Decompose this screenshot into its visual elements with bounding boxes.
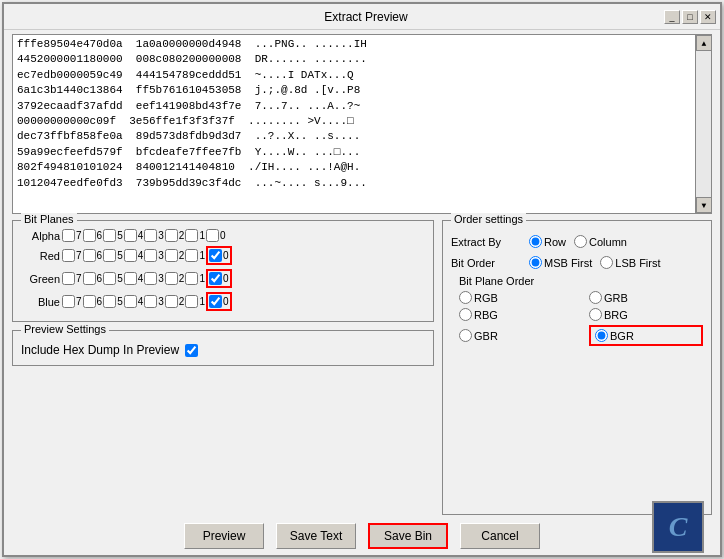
blue-2-checkbox[interactable] (165, 295, 178, 308)
maximize-button[interactable]: □ (682, 10, 698, 24)
green-7-checkbox[interactable] (62, 272, 75, 285)
blue-5-label: 5 (117, 296, 123, 307)
red-0-checkbox[interactable] (209, 249, 222, 262)
red-1-checkbox[interactable] (185, 249, 198, 262)
rgb-radio[interactable] (459, 291, 472, 304)
include-hex-checkbox[interactable] (185, 344, 198, 357)
extract-column-radio[interactable] (574, 235, 587, 248)
red-7-checkbox[interactable] (62, 249, 75, 262)
rbg-option: RBG (459, 308, 573, 321)
blue-0-label: 0 (223, 296, 229, 307)
red-4-checkbox[interactable] (124, 249, 137, 262)
green-5-label: 5 (117, 273, 123, 284)
scroll-track (696, 51, 711, 197)
red-row: Red 7 6 5 4 3 2 1 0 (21, 244, 425, 267)
blue-4-checkbox[interactable] (124, 295, 137, 308)
extract-by-label: Extract By (451, 236, 523, 248)
blue-6-checkbox[interactable] (83, 295, 96, 308)
blue-checkboxes: 7 6 5 4 3 2 1 0 (61, 290, 425, 313)
red-2-checkbox[interactable] (165, 249, 178, 262)
alpha-7-checkbox[interactable] (62, 229, 75, 242)
alpha-7-label: 7 (76, 230, 82, 241)
rbg-radio[interactable] (459, 308, 472, 321)
gbr-radio[interactable] (459, 329, 472, 342)
grb-label: GRB (604, 292, 628, 304)
green-4-checkbox[interactable] (124, 272, 137, 285)
save-bin-button[interactable]: Save Bin (368, 523, 448, 549)
green-cb-0-highlighted: 0 (206, 269, 232, 288)
alpha-cb-7: 7 (62, 229, 82, 242)
extract-by-group: Row Column (529, 235, 627, 248)
green-0-label: 0 (223, 273, 229, 284)
bgr-radio[interactable] (595, 329, 608, 342)
extract-row-radio[interactable] (529, 235, 542, 248)
red-5-checkbox[interactable] (103, 249, 116, 262)
scroll-up-btn[interactable]: ▲ (696, 35, 712, 51)
green-2-checkbox[interactable] (165, 272, 178, 285)
brg-option: BRG (589, 308, 703, 321)
red-1-label: 1 (199, 250, 205, 261)
blue-6-label: 6 (97, 296, 103, 307)
lsb-first-radio[interactable] (600, 256, 613, 269)
alpha-2-checkbox[interactable] (165, 229, 178, 242)
preview-row: ec7edb0000059c49 444154789ceddd51 ~....I… (17, 68, 691, 83)
red-3-checkbox[interactable] (144, 249, 157, 262)
green-2-label: 2 (179, 273, 185, 284)
blue-7-checkbox[interactable] (62, 295, 75, 308)
alpha-1-checkbox[interactable] (185, 229, 198, 242)
alpha-checkboxes: 7 6 5 4 3 2 1 0 (61, 227, 425, 244)
preview-row: 1012047eedfe0fd3 739b95dd39c3f4dc ...~..… (17, 176, 691, 191)
blue-0-checkbox[interactable] (209, 295, 222, 308)
include-hex-label: Include Hex Dump In Preview (21, 343, 179, 357)
green-checkbox-group: 7 6 5 4 3 2 1 0 (62, 269, 424, 288)
blue-1-checkbox[interactable] (185, 295, 198, 308)
alpha-4-checkbox[interactable] (124, 229, 137, 242)
green-3-checkbox[interactable] (144, 272, 157, 285)
red-label: Red (21, 244, 61, 267)
alpha-6-checkbox[interactable] (83, 229, 96, 242)
red-6-checkbox[interactable] (83, 249, 96, 262)
watermark-letter: C (669, 511, 688, 543)
bgr-label: BGR (610, 330, 634, 342)
red-cb-1: 1 (185, 249, 205, 262)
cancel-button[interactable]: Cancel (460, 523, 540, 549)
green-label: Green (21, 267, 61, 290)
preview-row: 3792ecaadf37afdd eef141908bd43f7e 7...7.… (17, 99, 691, 114)
blue-5-checkbox[interactable] (103, 295, 116, 308)
green-cb-7: 7 (62, 272, 82, 285)
brg-radio[interactable] (589, 308, 602, 321)
green-cb-3: 3 (144, 272, 164, 285)
green-1-label: 1 (199, 273, 205, 284)
green-0-checkbox[interactable] (209, 272, 222, 285)
alpha-4-label: 4 (138, 230, 144, 241)
alpha-3-checkbox[interactable] (144, 229, 157, 242)
alpha-0-label: 0 (220, 230, 226, 241)
alpha-5-checkbox[interactable] (103, 229, 116, 242)
green-6-checkbox[interactable] (83, 272, 96, 285)
green-5-checkbox[interactable] (103, 272, 116, 285)
window-title: Extract Preview (68, 10, 664, 24)
grb-option: GRB (589, 291, 703, 304)
alpha-cb-5: 5 (103, 229, 123, 242)
grb-radio[interactable] (589, 291, 602, 304)
alpha-3-label: 3 (158, 230, 164, 241)
preview-row: 6a1c3b1440c13864 ff5b761610453058 j.;.@.… (17, 83, 691, 98)
green-row: Green 7 6 5 4 3 2 1 0 (21, 267, 425, 290)
alpha-1-label: 1 (199, 230, 205, 241)
scroll-down-btn[interactable]: ▼ (696, 197, 712, 213)
bit-plane-grid: RGB GRB RBG BRG (451, 291, 703, 346)
minimize-button[interactable]: _ (664, 10, 680, 24)
blue-3-checkbox[interactable] (144, 295, 157, 308)
msb-first-option: MSB First (529, 256, 592, 269)
alpha-cb-0: 0 (206, 229, 226, 242)
green-1-checkbox[interactable] (185, 272, 198, 285)
save-text-button[interactable]: Save Text (276, 523, 356, 549)
msb-first-radio[interactable] (529, 256, 542, 269)
blue-cb-4: 4 (124, 295, 144, 308)
blue-cb-1: 1 (185, 295, 205, 308)
close-button[interactable]: ✕ (700, 10, 716, 24)
order-settings-section: Order settings Extract By Row Column (442, 220, 712, 515)
alpha-0-checkbox[interactable] (206, 229, 219, 242)
preview-scrollbar[interactable]: ▲ ▼ (695, 35, 711, 213)
preview-button[interactable]: Preview (184, 523, 264, 549)
